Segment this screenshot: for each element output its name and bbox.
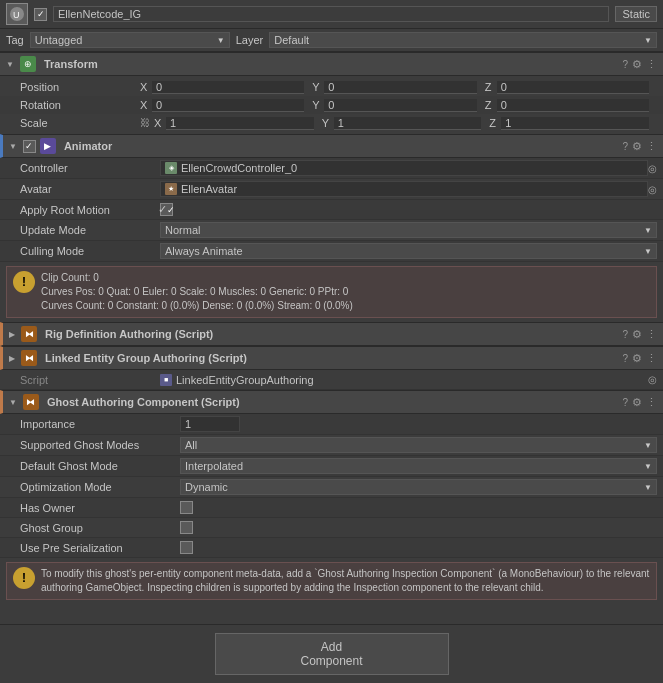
apply-root-checkbox[interactable]: ✓ (160, 203, 173, 216)
object-active-checkbox[interactable] (34, 8, 47, 21)
animator-chevron: ▼ (9, 142, 17, 151)
animator-settings-icon[interactable]: ⚙ (632, 140, 642, 153)
ghost-modes-row: Supported Ghost Modes All ▼ (0, 435, 663, 456)
scale-label: Scale (20, 117, 140, 129)
script-select-icon[interactable]: ◎ (648, 374, 657, 385)
rotation-row: Rotation X Y Z (0, 96, 663, 114)
importance-value (180, 416, 657, 432)
ghost-info-icon: ! (13, 567, 35, 589)
ghost-settings-icon[interactable]: ⚙ (632, 396, 642, 409)
rot-y-label: Y (312, 99, 324, 112)
animator-info-text: Clip Count: 0 Curves Pos: 0 Quat: 0 Eule… (41, 271, 353, 313)
script-row: Script ■ LinkedEntityGroupAuthoring ◎ (0, 370, 663, 390)
rot-y-input[interactable] (324, 99, 476, 112)
rot-x-input[interactable] (152, 99, 304, 112)
linked-entity-section: ▶ ⧓ Linked Entity Group Authoring (Scrip… (0, 346, 663, 390)
avatar-select-icon[interactable]: ◎ (648, 184, 657, 195)
add-component-button[interactable]: Add Component (215, 633, 449, 675)
scale-z-input[interactable] (501, 117, 649, 130)
scale-z-label: Z (489, 117, 501, 130)
pos-y-input[interactable] (324, 81, 476, 94)
transform-title: Transform (44, 58, 619, 70)
has-owner-label: Has Owner (20, 502, 180, 514)
avatar-label: Avatar (20, 183, 160, 195)
bottom-bar: Add Component (0, 624, 663, 683)
has-owner-value (180, 501, 657, 514)
use-pre-serial-value (180, 541, 657, 554)
animator-icon: ▶ (40, 138, 56, 154)
layer-label: Layer (236, 34, 264, 46)
culling-mode-text: Always Animate (165, 245, 243, 257)
script-label: Script (20, 374, 160, 386)
scale-xyz: ⛓ X Y Z (140, 117, 657, 130)
tag-layer-row: Tag Untagged ▼ Layer Default ▼ (0, 29, 663, 52)
ghost-modes-label: Supported Ghost Modes (20, 439, 180, 451)
rig-help-icon[interactable]: ? (622, 329, 628, 340)
tag-dropdown[interactable]: Untagged ▼ (30, 32, 230, 48)
object-name-input[interactable] (53, 6, 609, 22)
linked-entity-title: Linked Entity Group Authoring (Script) (45, 352, 618, 364)
animator-menu-icon[interactable]: ⋮ (646, 140, 657, 153)
transform-settings-icon[interactable]: ⚙ (632, 58, 642, 71)
pos-z-input[interactable] (497, 81, 649, 94)
culling-mode-label: Culling Mode (20, 245, 160, 257)
pos-x-label: X (140, 81, 152, 94)
use-pre-serial-checkbox[interactable] (180, 541, 193, 554)
culling-mode-value: Always Animate ▼ (160, 243, 657, 259)
controller-select-icon[interactable]: ◎ (648, 163, 657, 174)
object-header: U Static (0, 0, 663, 29)
ghost-group-checkbox[interactable] (180, 521, 193, 534)
ghost-modes-text: All (185, 439, 197, 451)
avatar-value: ★ EllenAvatar ◎ (160, 181, 657, 197)
apply-root-label: Apply Root Motion (20, 204, 160, 216)
unity-logo-icon: U (6, 3, 28, 25)
layer-dropdown[interactable]: Default ▼ (269, 32, 657, 48)
importance-input[interactable] (180, 416, 240, 432)
scale-row: Scale ⛓ X Y Z (0, 114, 663, 132)
update-mode-dropdown[interactable]: Normal ▼ (160, 222, 657, 238)
optimization-value: Dynamic ▼ (180, 479, 657, 495)
default-ghost-value: Interpolated ▼ (180, 458, 657, 474)
scale-x-input[interactable] (166, 117, 314, 130)
linked-entity-menu-icon[interactable]: ⋮ (646, 352, 657, 365)
scale-y-input[interactable] (334, 117, 482, 130)
transform-section: ▼ ⊕ Transform ? ⚙ ⋮ Position X Y Z (0, 52, 663, 134)
importance-row: Importance (0, 414, 663, 435)
linked-entity-settings-icon[interactable]: ⚙ (632, 352, 642, 365)
static-label: Static (615, 6, 657, 22)
rig-settings-icon[interactable]: ⚙ (632, 328, 642, 341)
ghost-help-icon[interactable]: ? (622, 397, 628, 408)
ghost-modes-dropdown[interactable]: All ▼ (180, 437, 657, 453)
animator-info-icon: ! (13, 271, 35, 293)
animator-title: Animator (64, 140, 619, 152)
scale-x-label: X (154, 117, 166, 130)
optimization-arrow: ▼ (644, 483, 652, 492)
animator-help-icon[interactable]: ? (622, 141, 628, 152)
tag-value: Untagged (35, 34, 83, 46)
optimization-text: Dynamic (185, 481, 228, 493)
has-owner-checkbox[interactable] (180, 501, 193, 514)
tag-label: Tag (6, 34, 24, 46)
inspector-scroll[interactable]: ▼ ⊕ Transform ? ⚙ ⋮ Position X Y Z (0, 52, 663, 682)
rig-menu-icon[interactable]: ⋮ (646, 328, 657, 341)
rig-definition-section: ▶ ⧓ Rig Definition Authoring (Script) ? … (0, 322, 663, 346)
controller-ref: ◈ EllenCrowdController_0 (160, 160, 648, 176)
default-ghost-dropdown[interactable]: Interpolated ▼ (180, 458, 657, 474)
position-row: Position X Y Z (0, 78, 663, 96)
culling-mode-dropdown[interactable]: Always Animate ▼ (160, 243, 657, 259)
rig-definition-icon: ⧓ (21, 326, 37, 342)
animator-info-line1: Clip Count: 0 (41, 272, 99, 283)
transform-props: Position X Y Z Rotation X (0, 76, 663, 134)
animator-info-box: ! Clip Count: 0 Curves Pos: 0 Quat: 0 Eu… (6, 266, 657, 318)
rot-z-input[interactable] (497, 99, 649, 112)
optimization-row: Optimization Mode Dynamic ▼ (0, 477, 663, 498)
linked-entity-help-icon[interactable]: ? (622, 353, 628, 364)
position-label: Position (20, 81, 140, 93)
optimization-dropdown[interactable]: Dynamic ▼ (180, 479, 657, 495)
transform-help-icon[interactable]: ? (622, 59, 628, 70)
transform-menu-icon[interactable]: ⋮ (646, 58, 657, 71)
ghost-menu-icon[interactable]: ⋮ (646, 396, 657, 409)
script-value: ■ LinkedEntityGroupAuthoring ◎ (160, 374, 657, 386)
pos-x-input[interactable] (152, 81, 304, 94)
animator-active-checkbox[interactable] (23, 140, 36, 153)
